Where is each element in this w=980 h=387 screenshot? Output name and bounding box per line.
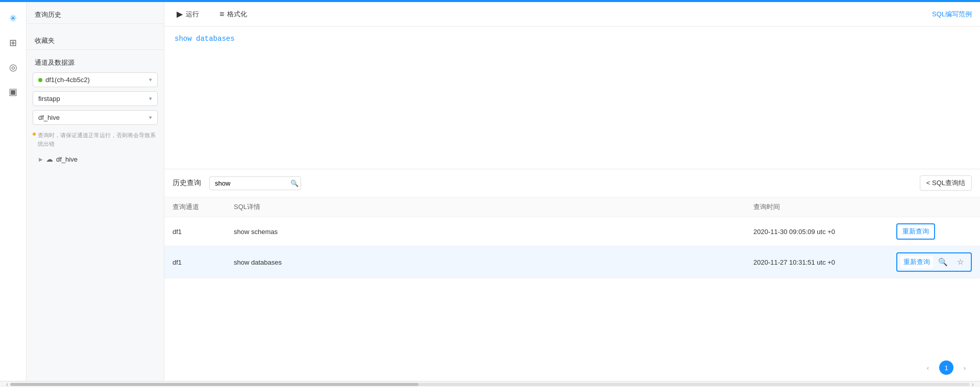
- col-channel: 查询通道: [164, 197, 226, 217]
- toolbar: ▶ 运行 ≡ 格式化 SQL编写范例: [164, 2, 980, 27]
- row1-time: 2020-11-30 09:05:09 utc +0: [745, 217, 888, 246]
- col-actions: [888, 197, 980, 217]
- db-dropdown[interactable]: df_hive ▾: [33, 110, 158, 125]
- row1-actions-cell: 重新查询: [896, 223, 972, 240]
- sql-query-result-button[interactable]: < SQL查询结: [920, 175, 972, 191]
- row1-actions: 重新查询: [888, 217, 980, 246]
- scroll-left-arrow[interactable]: ‹: [4, 381, 10, 388]
- app-dropdown[interactable]: firstapp ▾: [33, 91, 158, 106]
- history-title: 查询历史: [27, 2, 164, 23]
- sidebar-icon-scan[interactable]: ⊞: [3, 33, 23, 53]
- chevron-down-icon: ▾: [149, 76, 152, 83]
- run-button[interactable]: ▶ 运行: [173, 7, 203, 21]
- sidebar-icon-book[interactable]: ▣: [3, 82, 23, 102]
- chevron-down-icon-2: ▾: [149, 95, 152, 102]
- history-search-input[interactable]: [210, 177, 286, 190]
- search-box[interactable]: 🔍: [209, 176, 301, 190]
- scrollbar-track: [10, 383, 970, 386]
- row2-actions: 重新查询 🔍 ☆: [888, 246, 980, 278]
- sidebar-icon-asterisk[interactable]: ✳: [3, 8, 23, 29]
- table-body: df1 show schemas 2020-11-30 09:05:09 utc…: [164, 217, 980, 278]
- requery-button-2[interactable]: 重新查询: [900, 256, 933, 268]
- sidebar-icon-user[interactable]: ◎: [3, 57, 23, 78]
- page-1-label: 1: [944, 364, 948, 372]
- row2-sql: show databases: [226, 246, 745, 278]
- left-panel: 查询历史 收藏夹 通道及数据源 df1(ch-4cb5c2) ▾ firstap…: [27, 2, 164, 381]
- history-panel-title: 历史查询: [173, 178, 201, 188]
- sql-example-link[interactable]: SQL编写范例: [932, 10, 972, 18]
- db-label-row: df_hive: [38, 114, 149, 121]
- history-panel: 历史查询 🔍 < SQL查询结 查询通道 SQL详情 查询时间: [164, 169, 980, 381]
- scrollbar-thumb: [10, 383, 419, 386]
- channel-status-dot: [38, 78, 42, 82]
- warning-dot-icon: [33, 133, 36, 136]
- pagination: ‹ 1 ›: [164, 354, 980, 381]
- row1-sql: show schemas: [226, 217, 745, 246]
- warning-text-content: 查询时，请保证通道正常运行，否则将会导致系统出错: [38, 131, 158, 148]
- channel-dropdown[interactable]: df1(ch-4cb5c2) ▾: [33, 72, 158, 87]
- col-time: 查询时间: [745, 197, 888, 217]
- tree-expand-icon: ▶: [39, 157, 43, 162]
- scan-icon: ⊞: [9, 37, 17, 48]
- book-icon: ▣: [9, 86, 17, 97]
- channel-label: 通道及数据源: [27, 54, 164, 70]
- format-icon: ≡: [219, 10, 224, 19]
- page-1-button[interactable]: 1: [939, 360, 953, 375]
- tree-item-df-hive[interactable]: ▶ ☁ df_hive: [27, 152, 164, 166]
- next-page-button[interactable]: ›: [958, 360, 972, 375]
- requery-button-1[interactable]: 重新查询: [896, 223, 935, 240]
- history-table-container: 查询通道 SQL详情 查询时间 df1 show schemas 2020-11…: [164, 197, 980, 354]
- prev-icon: ‹: [927, 364, 929, 372]
- format-button[interactable]: ≡ 格式化: [215, 8, 251, 21]
- editor-area[interactable]: show databases: [164, 27, 980, 169]
- bottom-scrollbar[interactable]: ‹ ›: [0, 381, 980, 387]
- tree-db-icon: ☁: [46, 155, 53, 163]
- prev-page-button[interactable]: ‹: [921, 360, 935, 375]
- chevron-down-icon-3: ▾: [149, 114, 152, 121]
- row2-time: 2020-11-27 10:31:51 utc +0: [745, 246, 888, 278]
- row1-channel: df1: [164, 217, 226, 246]
- table-row: df1 show schemas 2020-11-30 09:05:09 utc…: [164, 217, 980, 246]
- row2-channel: df1: [164, 246, 226, 278]
- channel-dropdown-label: df1(ch-4cb5c2): [45, 76, 90, 84]
- history-header: 历史查询 🔍 < SQL查询结: [164, 169, 980, 197]
- favorite-button[interactable]: ☆: [952, 254, 968, 270]
- table-row: df1 show databases 2020-11-27 10:31:51 u…: [164, 246, 980, 278]
- icon-sidebar: ✳ ⊞ ◎ ▣: [0, 2, 27, 381]
- sql-editor-text: show databases: [175, 35, 235, 43]
- warning-message: 查询时，请保证通道正常运行，否则将会导致系统出错: [33, 131, 158, 148]
- app-dropdown-label: firstapp: [38, 95, 60, 102]
- channel-label-row: df1(ch-4cb5c2): [38, 76, 149, 84]
- run-icon: ▶: [177, 9, 183, 19]
- user-icon: ◎: [9, 62, 17, 73]
- row2-action-box: 重新查询 🔍 ☆: [896, 252, 972, 272]
- favorites-title: 收藏夹: [27, 28, 164, 49]
- run-label: 运行: [186, 10, 199, 19]
- format-label: 格式化: [227, 10, 247, 19]
- toolbar-right: SQL编写范例: [932, 10, 972, 19]
- search-history-button[interactable]: 🔍: [935, 254, 950, 270]
- asterisk-icon: ✳: [9, 13, 17, 24]
- history-table: 查询通道 SQL详情 查询时间 df1 show schemas 2020-11…: [164, 197, 980, 278]
- tree-item-label: df_hive: [56, 156, 78, 163]
- table-head: 查询通道 SQL详情 查询时间: [164, 197, 980, 217]
- right-content: ▶ 运行 ≡ 格式化 SQL编写范例 show databases 历史查询 🔍: [164, 2, 980, 381]
- search-icon: 🔍: [286, 179, 301, 187]
- row2-actions-cell: 重新查询 🔍 ☆: [896, 252, 972, 272]
- divider-1: [27, 23, 164, 24]
- app-label-row: firstapp: [38, 95, 149, 102]
- divider-2: [27, 49, 164, 50]
- next-icon: ›: [964, 364, 966, 372]
- scroll-right-arrow[interactable]: ›: [970, 381, 976, 388]
- table-header-row: 查询通道 SQL详情 查询时间: [164, 197, 980, 217]
- col-sql: SQL详情: [226, 197, 745, 217]
- db-dropdown-label: df_hive: [38, 114, 60, 121]
